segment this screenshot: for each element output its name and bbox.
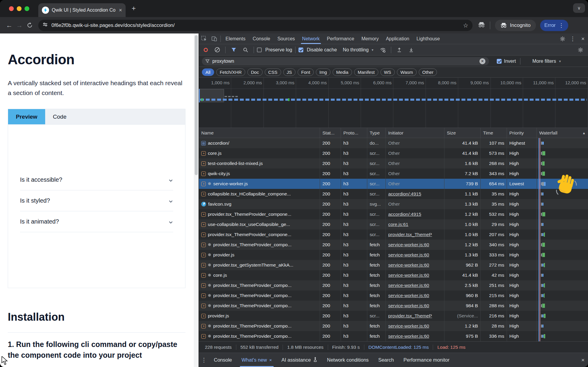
table-row[interactable]: ‹›core.js200h3scr...Other41.4 kB573 msHi…	[199, 148, 588, 158]
column-header-priority[interactable]: Priority	[507, 128, 537, 138]
initiator-link[interactable]: service-worker.js:60	[388, 262, 429, 268]
initiator-link[interactable]: provider.tsx_ThemeP	[388, 232, 432, 237]
network-settings-gear-icon[interactable]	[575, 44, 586, 55]
request-name-cell[interactable]: ‹›core.js	[199, 148, 320, 158]
devtools-close-button[interactable]: ×	[578, 36, 588, 42]
initiator-cell[interactable]: service-worker.js:60	[386, 280, 444, 290]
devtools-tab-application[interactable]: Application	[382, 33, 413, 44]
request-name-cell[interactable]: ‹›core.js	[199, 270, 320, 280]
column-header-size[interactable]: Size	[444, 128, 481, 138]
devtools-kebab-menu[interactable]: ⋮	[568, 35, 578, 42]
initiator-cell[interactable]: service-worker.js:60	[386, 260, 444, 270]
reload-button[interactable]	[25, 20, 35, 30]
filter-chip-media[interactable]: Media	[333, 68, 352, 76]
table-row[interactable]: ‹›use-collapsible.tsx_useCollapsible_ge.…	[199, 219, 588, 230]
forward-button[interactable]: →	[14, 20, 25, 30]
devtools-tab-memory[interactable]: Memory	[358, 33, 382, 44]
initiator-link[interactable]: service-worker.js:60	[388, 323, 429, 329]
page-scrollbar[interactable]	[194, 33, 199, 367]
table-row[interactable]: ‹›qwik-city.js200h3scr...Other7.2 kB343 …	[199, 169, 588, 179]
column-header-type[interactable]: Type	[367, 128, 386, 138]
initiator-link[interactable]: service-worker.js:60	[388, 273, 429, 278]
browser-menu-button[interactable]: Error ⋮	[540, 20, 568, 31]
network-conditions-icon[interactable]	[378, 44, 388, 55]
request-name-cell[interactable]: ‹›provider.tsx_ThemeProvider_compo...	[199, 331, 320, 341]
invert-label[interactable]: Invert	[504, 59, 516, 64]
minimize-window-button[interactable]	[17, 6, 22, 11]
filter-chip-img[interactable]: Img	[316, 68, 330, 76]
initiator-cell[interactable]: service-worker.js:60	[386, 270, 444, 280]
filter-icon[interactable]	[229, 44, 239, 55]
export-har-icon[interactable]	[406, 44, 416, 55]
import-har-icon[interactable]	[394, 44, 404, 55]
request-name-cell[interactable]: ‹›provider.tsx_getSystemTheme_aKkA...	[199, 260, 320, 270]
table-row[interactable]: ‹›service-worker.js200h3scr...Other739 B…	[199, 179, 588, 189]
disable-cache-checkbox[interactable]	[298, 48, 303, 52]
filter-chip-css[interactable]: CSS	[265, 68, 281, 76]
filter-input-value[interactable]: proxytown	[212, 59, 476, 64]
devtools-tab-elements[interactable]: Elements	[222, 33, 249, 44]
initiator-cell[interactable]: service-worker.js:60	[386, 240, 444, 250]
clear-network-log-icon[interactable]	[212, 44, 222, 55]
table-row[interactable]: ‹›provider.tsx_getSystemTheme_aKkA...200…	[199, 260, 588, 270]
filter-chip-js[interactable]: JS	[283, 68, 296, 76]
preserve-log-checkbox[interactable]	[257, 48, 262, 52]
request-name-cell[interactable]: ‹›provider.tsx_ThemeProvider_compo...	[199, 240, 320, 250]
drawer-tab-aiassistance[interactable]: AI assistance	[277, 353, 322, 367]
initiator-cell[interactable]: provider.tsx_ThemeP	[386, 230, 444, 240]
profile-incognito-icon[interactable]	[478, 22, 485, 29]
table-row[interactable]: ‹›provider.tsx_ThemeProvider_compo...200…	[199, 331, 588, 341]
table-row[interactable]: ‹›test-controlled-list-mixed.js200h3scr.…	[199, 158, 588, 169]
filter-chip-wasm[interactable]: Wasm	[397, 68, 417, 76]
initiator-link[interactable]: service-worker.js:60	[388, 283, 429, 288]
table-row[interactable]: favicon.svg200h3svg...Other1.3 kB35 msHi…	[199, 199, 588, 209]
preserve-log-label[interactable]: Preserve log	[265, 47, 292, 53]
initiator-cell[interactable]: provider.tsx_ThemeP	[386, 311, 444, 321]
devtools-tab-lighthouse[interactable]: Lighthouse	[413, 33, 443, 44]
tab-close-icon[interactable]: ×	[119, 7, 122, 13]
request-name-cell[interactable]: ‹›provider.tsx_ThemeProvider_compo...	[199, 301, 320, 311]
table-row[interactable]: ‹›provider.js200h3scr...provider.tsx_The…	[199, 311, 588, 321]
drawer-kebab-menu[interactable]: ⋮	[199, 357, 209, 363]
back-button[interactable]: ←	[4, 20, 14, 30]
initiator-link[interactable]: service-worker.js:60	[388, 252, 429, 258]
drawer-tab-search[interactable]: Search	[374, 353, 399, 367]
more-filters-button[interactable]: More filters ▾	[532, 59, 561, 64]
request-name-cell[interactable]: ‹›provider.tsx_ThemeProvider_compo...	[199, 321, 320, 331]
browser-tab[interactable]: Qwik UI | Styled Accordion Co ×	[38, 3, 126, 17]
search-icon[interactable]	[240, 44, 251, 55]
table-row[interactable]: ‹›provider.tsx_ThemeProvider_compo...200…	[199, 301, 588, 311]
close-icon[interactable]: ×	[269, 357, 272, 363]
initiator-link[interactable]: core.js:61	[388, 222, 408, 227]
initiator-cell[interactable]: service-worker.js:60	[386, 321, 444, 331]
site-info-icon[interactable]	[42, 22, 48, 29]
column-header-name[interactable]: Name	[199, 128, 320, 138]
request-name-cell[interactable]: ‹›provider.tsx_ThemeProvider_compone...	[199, 209, 320, 219]
drawer-close-button[interactable]: ×	[578, 357, 588, 363]
initiator-cell[interactable]: core.js:61	[386, 219, 444, 230]
initiator-link[interactable]: accordion/:4915	[388, 212, 421, 217]
initiator-cell[interactable]: accordion/:4915	[386, 209, 444, 219]
accordion-trigger[interactable]: Is it styled?	[20, 190, 173, 211]
table-row[interactable]: accordion/200h3do...Other41.4 kB107 msHi…	[199, 138, 588, 148]
page-scrollbar-thumb[interactable]	[195, 35, 198, 175]
initiator-link[interactable]: provider.tsx_ThemeP	[388, 313, 432, 319]
request-name-cell[interactable]: ‹›provider.tsx_ThemeProvider_compone...	[199, 230, 320, 240]
request-name-cell[interactable]: ‹›service-worker.js	[199, 179, 320, 189]
initiator-link[interactable]: service-worker.js:60	[388, 293, 429, 298]
column-header-stat[interactable]: Stat...	[320, 128, 341, 138]
drawer-tab-networkconditions[interactable]: Network conditions	[322, 353, 373, 367]
drawer-tab-whatsnew[interactable]: What's new×	[237, 353, 277, 367]
column-header-proto[interactable]: Proto...	[341, 128, 367, 138]
new-tab-button[interactable]: +	[132, 5, 136, 12]
column-header-initiator[interactable]: Initiator	[386, 128, 444, 138]
devtools-tab-network[interactable]: Network	[298, 33, 323, 44]
request-name-cell[interactable]: ‹›use-collapsible.tsx_useCollapsible_ge.…	[199, 219, 320, 230]
column-header-time[interactable]: Time	[481, 128, 507, 138]
initiator-link[interactable]: service-worker.js:60	[388, 242, 429, 247]
table-row[interactable]: ‹›provider.tsx_ThemeProvider_compo...200…	[199, 290, 588, 301]
table-row[interactable]: ‹›core.js200h3fetchservice-worker.js:604…	[199, 270, 588, 280]
table-row[interactable]: ‹›provider.tsx_ThemeProvider_compone...2…	[199, 209, 588, 219]
url-bar[interactable]: 0f6e2f0b.qwik-ui-site.pages.dev/docs/sty…	[38, 20, 473, 31]
devtools-tab-performance[interactable]: Performance	[323, 33, 358, 44]
